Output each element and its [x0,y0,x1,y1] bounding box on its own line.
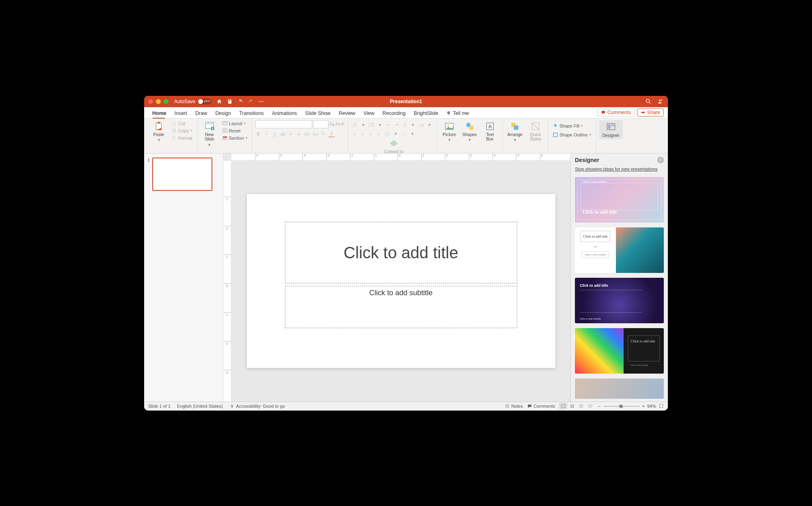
comments-status-button[interactable]: Comments [527,404,555,409]
subtitle-placeholder[interactable]: Click to add subtitle [285,286,517,328]
search-icon[interactable] [645,98,652,105]
zoom-in-icon[interactable]: + [642,404,645,409]
title-placeholder[interactable]: Click to add title [285,222,517,283]
design-ideas-list[interactable]: Click to add subtitleClick to add title … [571,175,668,402]
align-center-icon[interactable]: ≡ [360,131,366,137]
designer-button[interactable]: Designer [599,120,623,140]
paste-button[interactable]: Paste▾ [150,120,168,143]
notes-button[interactable]: Notes [505,404,523,409]
minimize-icon[interactable] [156,99,161,104]
outdent-icon[interactable]: ⇤ [385,122,391,128]
font-color-icon[interactable]: A [328,131,335,137]
tab-design[interactable]: Design [211,108,235,118]
indent-icon[interactable]: ⇥ [393,122,400,128]
undo-icon[interactable] [238,99,243,104]
layout-button[interactable]: Layout▾ [221,120,248,127]
svg-rect-19 [223,138,227,139]
more-icon[interactable] [259,99,264,104]
maximize-icon[interactable] [164,99,168,104]
superscript-icon[interactable]: x² [288,131,294,137]
line-spacing-icon[interactable]: ⇕ [401,122,408,128]
tab-draw[interactable]: Draw [191,108,211,118]
bold-icon[interactable]: B [255,131,262,137]
close-designer-icon[interactable]: ✕ [657,157,664,163]
font-family-input[interactable] [255,120,312,128]
comments-button[interactable]: Comments [597,108,635,117]
quick-styles-button[interactable]: Quick Styles [527,120,544,143]
slideshow-view-icon[interactable] [586,403,594,409]
columns-icon[interactable]: ▯▯ [384,131,391,137]
close-icon[interactable] [148,99,153,104]
zoom-out-icon[interactable]: − [598,404,600,409]
save-icon[interactable] [227,99,233,104]
font-size-input[interactable] [313,120,328,128]
tab-insert[interactable]: Insert [171,108,191,118]
shape-outline-button[interactable]: Shape Outline▾ [551,132,592,138]
redo-icon[interactable] [248,99,254,104]
normal-view-icon[interactable] [559,403,567,409]
accessibility-indicator[interactable]: Accessibility: Good to go [229,404,285,409]
smartart-button[interactable]: Convert to SmartArt [382,137,405,154]
design-idea-4[interactable]: Click to add titleClick to add subtitle [575,328,664,374]
home-icon[interactable] [216,99,222,104]
slide-indicator[interactable]: Slide 1 of 1 [148,404,171,409]
design-idea-2[interactable]: Click to add title❧Click to add subtitle [575,227,664,273]
autosave-toggle[interactable]: AutoSave OFF [174,99,212,104]
highlight-icon[interactable]: ✎ [320,131,327,137]
align-text-icon[interactable]: ⎍ [401,131,407,137]
autosave-switch[interactable]: OFF [198,99,212,104]
stop-showing-link[interactable]: Stop showing ideas for new presentations [571,167,668,175]
underline-icon[interactable]: U [272,131,278,137]
char-spacing-icon[interactable]: AV [304,131,311,137]
picture-button[interactable]: Picture▾ [441,120,458,143]
change-case-icon[interactable]: Aa [312,131,319,137]
tab-review[interactable]: Review [335,108,359,118]
grow-font-icon[interactable]: A▴ [329,121,335,127]
tab-animations[interactable]: Animations [268,108,301,118]
cut-button[interactable]: Cut [170,120,194,127]
clear-format-icon[interactable]: A̷ [341,121,344,127]
tab-transitions[interactable]: Transitions [235,108,268,118]
sorter-view-icon[interactable] [568,403,576,409]
design-idea-1[interactable]: Click to add subtitleClick to add title [575,177,664,223]
copy-button[interactable]: Copy▾ [170,128,194,134]
numbering-icon[interactable]: 1☰ [368,122,375,128]
tab-slideshow[interactable]: Slide Show [301,108,335,118]
subscript-icon[interactable]: x₂ [296,131,302,137]
shape-fill-button[interactable]: Shape Fill▾ [551,123,592,129]
shrink-font-icon[interactable]: A▾ [335,122,340,126]
reading-view-icon[interactable] [577,403,585,409]
textbox-button[interactable]: AText Box [481,120,499,143]
tab-tellme[interactable]: Tell me [442,108,473,118]
fit-window-icon[interactable] [659,403,664,409]
tab-recording[interactable]: Recording [378,108,410,118]
italic-icon[interactable]: I [263,131,270,137]
tab-view[interactable]: View [359,108,378,118]
svg-rect-36 [570,404,572,406]
thumbnail-1[interactable] [152,158,212,191]
share-people-icon[interactable] [657,98,664,105]
align-left-icon[interactable]: ≡ [352,131,358,137]
align-right-icon[interactable]: ≡ [368,131,374,137]
design-idea-3[interactable]: Click to add titleClick to add subtitle [575,278,664,323]
slide-canvas[interactable]: Click to add title Click to add subtitle [247,194,555,368]
text-direction-icon[interactable]: ↕A [418,122,424,128]
section-button[interactable]: Section▾ [221,135,248,141]
strike-icon[interactable]: ab [280,131,286,137]
language-indicator[interactable]: English (United States) [177,404,223,409]
share-button[interactable]: Share [637,108,664,117]
tab-home[interactable]: Home [148,108,171,118]
zoom-slider[interactable] [603,406,640,407]
new-slide-button[interactable]: New Slide▾ [201,120,218,148]
reset-button[interactable]: Reset [221,128,248,134]
bullets-icon[interactable]: ☰ [352,122,358,128]
design-idea-5[interactable] [575,378,664,399]
zoom-percent[interactable]: 94% [647,404,656,409]
tab-brightslide[interactable]: BrightSlide [410,108,442,118]
arrange-button[interactable]: Arrange▾ [506,120,524,143]
shapes-button[interactable]: Shapes▾ [461,120,479,143]
slide-stage[interactable]: Click to add title Click to add subtitle [231,161,570,402]
justify-icon[interactable]: ≡ [376,131,382,137]
slide-thumbnails: 1 [144,154,223,402]
format-painter-button[interactable]: Format [170,135,194,141]
